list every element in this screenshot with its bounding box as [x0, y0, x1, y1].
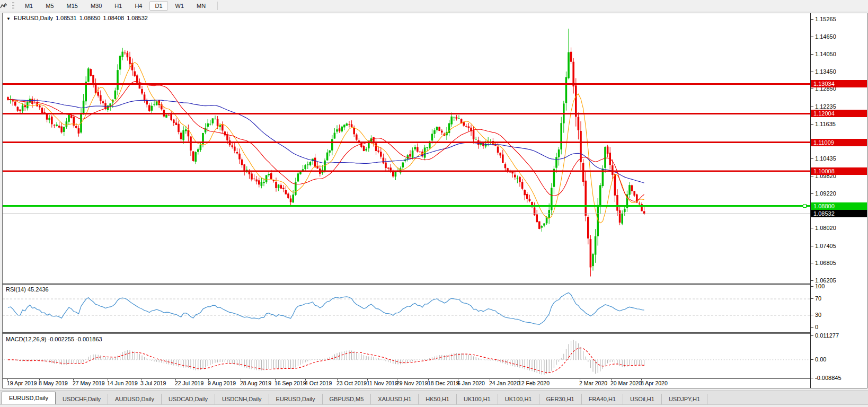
date-tick-label: 12 Feb 2020 — [518, 380, 550, 386]
chart-tab-ger30-h1[interactable]: GER30,H1 — [539, 394, 582, 404]
timeframe-button-h1[interactable]: H1 — [109, 1, 127, 11]
price-tick-label: 1.14650 — [815, 33, 836, 40]
panel-divider[interactable] — [3, 283, 867, 285]
price-axis[interactable]: 1.152651.146501.140501.134501.128501.122… — [810, 13, 867, 388]
date-tick-label: 14 Jun 2019 — [107, 380, 138, 386]
timeframe-button-m15[interactable]: M15 — [61, 1, 83, 11]
resistance-price-tag: 1.13034 — [811, 80, 867, 87]
date-tick-label: 28 Aug 2019 — [240, 380, 271, 386]
date-tick-label: 8 Apr 2020 — [641, 380, 668, 386]
date-axis[interactable]: 19 Apr 20198 May 201927 May 201914 Jun 2… — [3, 379, 810, 388]
collapse-arrow-icon: ▼ — [6, 16, 11, 21]
date-tick-label: 6 Jan 2020 — [457, 380, 485, 386]
rsi-tick-label: 30 — [815, 312, 821, 318]
rsi-tick-label: 100 — [815, 283, 825, 289]
toolbar-grip[interactable] — [12, 2, 14, 10]
support-line-handle[interactable] — [803, 204, 807, 208]
date-tick-label: 20 Mar 2020 — [610, 380, 642, 386]
ohlc-high: 1.08650 — [79, 15, 101, 21]
date-tick-label: 3 Jul 2019 — [140, 380, 166, 386]
chart-tab-hk50-h1[interactable]: HK50,H1 — [419, 394, 457, 404]
date-tick-label: 16 Sep 2019 — [274, 380, 306, 386]
ohlc-low: 1.08408 — [103, 15, 124, 21]
rsi-tick-label: 70 — [815, 295, 821, 302]
line-chart-icon — [0, 3, 7, 9]
timeframe-button-group: M1M5M15M30H1H4D1W1MN — [19, 1, 212, 11]
resistance-price-tag: 1.10008 — [811, 167, 867, 175]
timeframe-button-mn[interactable]: MN — [191, 1, 211, 11]
status-bar — [0, 404, 868, 407]
chart-tab-usoil-h1[interactable]: USOil,H1 — [623, 394, 662, 404]
date-tick-label: 9 Aug 2019 — [208, 380, 236, 386]
chart-window: ▼EURUSD,Daily1.085311.086501.084081.0853… — [2, 13, 867, 388]
macd-panel-canvas[interactable] — [3, 334, 810, 378]
chart-tab-audusd-daily[interactable]: AUDUSD,Daily — [108, 394, 162, 404]
timeframe-button-h4[interactable]: H4 — [129, 1, 147, 11]
toolbar-separator — [217, 2, 218, 10]
last-price-tag: 1.08532 — [811, 210, 867, 217]
chart-style-button[interactable]: ▼ — [0, 1, 8, 11]
chart-symbol-label: EURUSD,Daily — [14, 15, 53, 21]
chart-tab-fra40-h1[interactable]: FRA40,H1 — [582, 394, 623, 404]
chart-tab-uk100-h1[interactable]: UK100,H1 — [457, 394, 498, 404]
rsi-tick-label: 0 — [815, 324, 818, 330]
top-toolbar: ▼ M1M5M15M30H1H4D1W1MN — [0, 0, 868, 12]
resistance-price-tag: 1.12004 — [811, 110, 867, 117]
chart-tab-usdchf-daily[interactable]: USDCHF,Daily — [56, 394, 108, 404]
chart-tab-uk100-h1[interactable]: UK100,H1 — [498, 394, 539, 404]
chart-tab-usdjpy-h1[interactable]: USDJPY,H1 — [662, 394, 707, 404]
date-tick-label: 8 May 2019 — [39, 380, 68, 386]
date-tick-label: 11 Nov 2019 — [367, 380, 398, 386]
price-tick-label: 1.15265 — [815, 16, 836, 22]
price-tick-label: 1.08020 — [815, 225, 836, 231]
price-tick-label: 1.14050 — [815, 51, 836, 57]
timeframe-button-d1[interactable]: D1 — [149, 1, 167, 11]
macd-tick-label: 0.00 — [815, 356, 826, 362]
price-chart-canvas[interactable] — [3, 13, 810, 283]
chart-tab-eurusd-daily[interactable]: EURUSD,Daily — [2, 392, 56, 404]
chart-title: ▼EURUSD,Daily1.085311.086501.084081.0853… — [6, 15, 150, 21]
price-tick-label: 1.13450 — [815, 68, 836, 75]
date-tick-label: 24 Jan 2020 — [489, 380, 520, 386]
price-tick-label: 1.09220 — [815, 190, 836, 197]
price-tick-label: 1.07405 — [815, 243, 836, 249]
ohlc-open: 1.08531 — [56, 15, 77, 21]
timeframe-button-m5[interactable]: M5 — [40, 1, 59, 11]
date-tick-label: 23 Oct 2019 — [336, 380, 367, 386]
date-tick-label: 4 Oct 2019 — [305, 380, 332, 386]
date-tick-label: 22 Jul 2019 — [175, 380, 203, 386]
macd-tick-label: 0.011277 — [815, 332, 839, 339]
timeframe-button-m1[interactable]: M1 — [20, 1, 38, 11]
chart-tab-bar: EURUSD,DailyUSDCHF,DailyAUDUSD,DailyUSDC… — [0, 391, 868, 404]
price-tick-label: 1.10435 — [815, 155, 836, 162]
timeframe-button-w1[interactable]: W1 — [170, 1, 190, 11]
chart-tab-usdcnh-daily[interactable]: USDCNH,Daily — [215, 394, 269, 404]
price-tick-label: 1.11635 — [815, 121, 836, 127]
chart-tab-usdcad-daily[interactable]: USDCAD,Daily — [162, 394, 215, 404]
rsi-panel-canvas[interactable] — [3, 285, 810, 332]
price-tick-label: 1.12235 — [815, 103, 836, 110]
date-tick-label: 27 May 2019 — [73, 380, 105, 386]
date-tick-label: 29 Nov 2019 — [396, 380, 428, 386]
panel-divider[interactable] — [3, 332, 867, 334]
chart-tab-gbpusd-m5[interactable]: GBPUSD,M5 — [323, 394, 371, 404]
support-price-tag: 1.08800 — [811, 202, 867, 210]
macd-label: MACD(12,26,9) -0.002255 -0.001863 — [6, 336, 102, 342]
price-tick-label: 1.06805 — [815, 260, 836, 266]
date-tick-label: 19 Apr 2019 — [7, 380, 37, 386]
timeframe-button-m30[interactable]: M30 — [85, 1, 107, 11]
resistance-price-tag: 1.11009 — [811, 139, 867, 146]
date-tick-label: 2 Mar 2020 — [579, 380, 607, 386]
rsi-label: RSI(14) 45.2436 — [6, 286, 49, 293]
date-tick-label: 18 Dec 2019 — [428, 380, 459, 386]
chart-tab-eurusd-daily[interactable]: EURUSD,Daily — [269, 394, 323, 404]
chart-tab-xauusd-h1[interactable]: XAUUSD,H1 — [371, 394, 419, 404]
macd-tick-label: -0.008845 — [815, 375, 842, 381]
ohlc-close: 1.08532 — [127, 15, 148, 21]
